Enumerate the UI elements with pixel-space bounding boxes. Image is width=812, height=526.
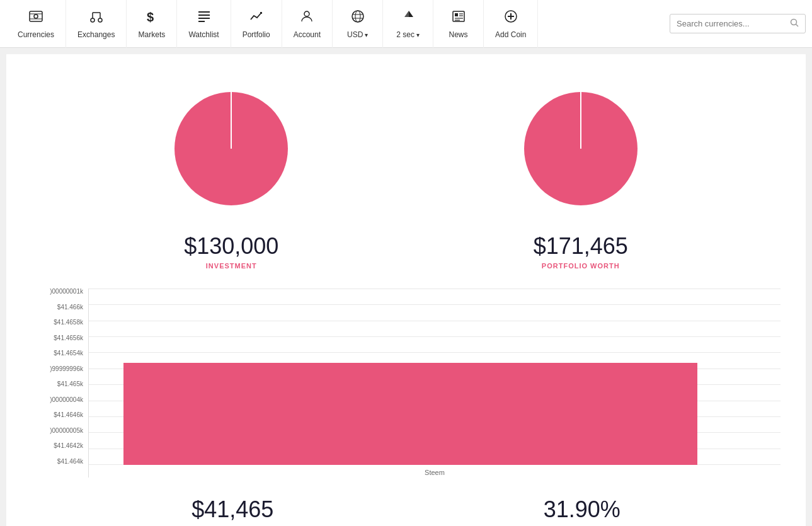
investment-value: $130,000 — [184, 233, 278, 260]
svg-point-1 — [34, 14, 38, 18]
svg-line-29 — [796, 25, 799, 27]
svg-marker-18 — [404, 11, 409, 17]
y-label-3: $41.4656k — [54, 335, 83, 341]
y-label-4: $41.4654k — [54, 350, 83, 357]
addcoin-label: Add Coin — [495, 30, 526, 39]
worth-pie-svg — [518, 86, 644, 212]
portfolio-label: Portfolio — [243, 30, 270, 39]
exchanges-icon — [89, 9, 104, 28]
svg-point-14 — [355, 11, 360, 22]
account-icon — [299, 9, 314, 28]
nav-item-usd[interactable]: USD — [333, 0, 383, 48]
2sec-label: 2 sec — [396, 30, 419, 39]
profit-value: $41,465 — [192, 496, 273, 523]
bar-chart-area: Steem — [88, 289, 781, 477]
bar-chart-section: )00000001k $41.466k $41.4658k $41.4656k … — [19, 289, 793, 477]
nav-item-2sec[interactable]: 2 sec — [383, 0, 433, 48]
steem-bar — [123, 363, 697, 465]
y-label-1: $41.466k — [57, 304, 83, 311]
y-label-6: $41.465k — [57, 381, 83, 387]
svg-marker-17 — [409, 11, 413, 17]
nav-item-account[interactable]: Account — [282, 0, 333, 48]
svg-point-2 — [91, 18, 94, 22]
svg-rect-8 — [198, 11, 210, 13]
y-label-8: $41.4646k — [54, 412, 83, 418]
usd-label: USD — [347, 30, 368, 39]
portfolio-icon — [249, 9, 264, 28]
search-input[interactable] — [677, 19, 790, 28]
watchlist-label: Watchlist — [188, 30, 219, 39]
bottom-stats: $41,465 PROFIT 31.90% RETURN — [19, 484, 793, 526]
svg-rect-10 — [198, 18, 210, 19]
nav-item-portfolio[interactable]: Portfolio — [231, 0, 282, 48]
svg-point-3 — [98, 18, 102, 22]
y-label-10: $41.4642k — [54, 443, 83, 449]
nav-items: Currencies Exchanges $ Market — [6, 0, 670, 48]
search-box[interactable] — [670, 14, 806, 33]
nav-item-addcoin[interactable]: Add Coin — [484, 0, 538, 48]
investment-chart: $130,000 INVESTMENT — [168, 86, 294, 270]
worth-pie-container — [518, 86, 644, 214]
watchlist-icon — [197, 9, 212, 28]
profit-stat: $41,465 PROFIT — [192, 496, 273, 526]
markets-icon: $ — [144, 9, 159, 28]
investment-pie-svg — [168, 86, 294, 212]
news-icon — [451, 9, 466, 28]
y-label-0: )00000001k — [50, 289, 83, 295]
svg-point-28 — [791, 20, 797, 25]
y-axis: )00000001k $41.466k $41.4658k $41.4656k … — [31, 289, 88, 477]
bar-wrapper — [89, 289, 781, 465]
y-label-5: )99999996k — [50, 366, 83, 372]
y-label-9: )00000005k — [50, 428, 83, 434]
svg-point-12 — [304, 11, 309, 16]
addcoin-icon — [503, 9, 518, 28]
usd-icon — [350, 9, 365, 28]
nav-item-markets[interactable]: $ Markets — [127, 0, 177, 48]
investment-pie-container — [168, 86, 294, 214]
y-label-2: $41.4658k — [54, 319, 83, 326]
svg-point-13 — [352, 11, 363, 22]
svg-rect-9 — [198, 14, 210, 16]
x-axis-label: Steem — [89, 469, 781, 476]
worth-value: $171,465 — [534, 233, 628, 260]
currencies-icon — [28, 9, 43, 28]
nav-item-exchanges[interactable]: Exchanges — [66, 0, 127, 48]
currencies-label: Currencies — [18, 30, 54, 39]
investment-label: INVESTMENT — [206, 262, 257, 270]
svg-text:$: $ — [147, 10, 154, 24]
search-icon[interactable] — [790, 18, 799, 29]
nav-item-watchlist[interactable]: Watchlist — [177, 0, 231, 48]
2sec-icon — [401, 9, 416, 28]
worth-label: PORTFOLIO WORTH — [542, 262, 620, 270]
svg-rect-20 — [455, 13, 458, 16]
main-content: $130,000 INVESTMENT $171,465 PORTFOLIO W… — [6, 54, 806, 526]
charts-row: $130,000 INVESTMENT $171,465 PORTFOLIO W… — [19, 67, 793, 282]
news-label: News — [449, 30, 468, 39]
return-value: 31.90% — [544, 496, 620, 523]
y-label-11: $41.464k — [57, 459, 83, 465]
nav-item-currencies[interactable]: Currencies — [6, 0, 66, 48]
navbar: Currencies Exchanges $ Market — [0, 0, 812, 48]
return-stat: 31.90% RETURN — [544, 496, 620, 526]
bar-chart-wrapper: )00000001k $41.466k $41.4658k $41.4656k … — [31, 289, 781, 477]
nav-item-news[interactable]: News — [433, 0, 484, 48]
svg-rect-11 — [198, 21, 205, 22]
account-label: Account — [294, 30, 321, 39]
svg-rect-0 — [30, 11, 42, 21]
exchanges-label: Exchanges — [77, 30, 115, 39]
worth-chart: $171,465 PORTFOLIO WORTH — [518, 86, 644, 270]
markets-label: Markets — [139, 30, 166, 39]
y-label-7: )00000004k — [50, 397, 83, 403]
